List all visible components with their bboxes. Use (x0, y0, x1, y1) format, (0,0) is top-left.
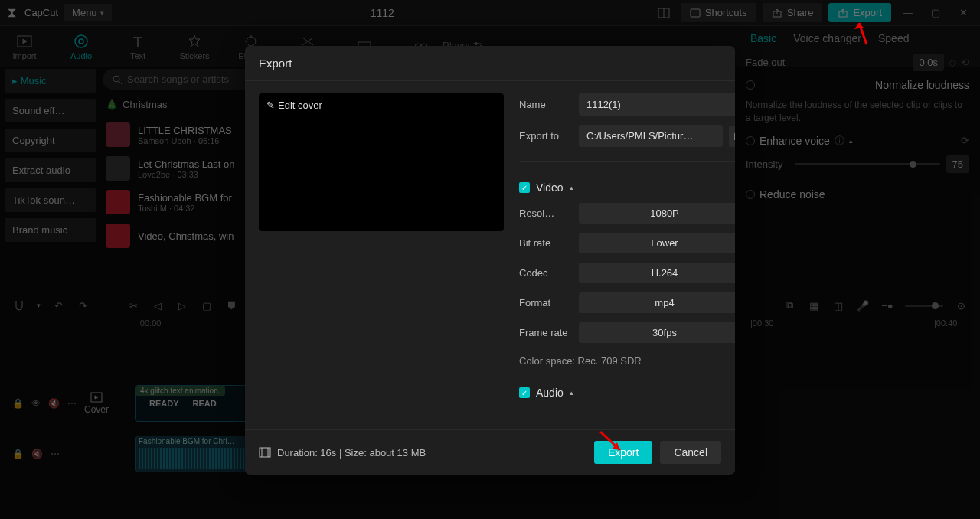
modal-footer: Duration: 16s | Size: about 13 MB Export… (245, 429, 735, 475)
cover-preview: ✎ Edit cover (259, 93, 504, 231)
framerate-select[interactable]: 30fps (579, 322, 735, 343)
svg-rect-20 (260, 448, 270, 457)
resolution-select[interactable]: 1080P (579, 203, 735, 224)
annotation-arrow-bottom (597, 429, 628, 456)
chevron-up-icon: ▴ (570, 389, 573, 397)
annotation-arrow-top (850, 18, 873, 46)
audio-section[interactable]: ✓Audio▴ (519, 387, 735, 399)
export-path-input[interactable] (579, 125, 723, 147)
codec-select[interactable]: H.264 (579, 263, 735, 283)
bitrate-select[interactable]: Lower (579, 233, 735, 253)
video-section[interactable]: ✓Video▴ (519, 181, 735, 194)
export-modal: Export ✎ Edit cover Name Export to ✓Vide… (245, 46, 735, 475)
color-space: Color space: Rec. 709 SDR (519, 355, 735, 367)
modal-title: Export (245, 46, 735, 81)
svg-marker-23 (854, 23, 864, 29)
check-icon[interactable]: ✓ (519, 387, 530, 398)
film-icon (259, 447, 271, 458)
browse-folder-button[interactable] (729, 126, 735, 147)
chevron-up-icon: ▴ (570, 184, 573, 191)
check-icon[interactable]: ✓ (519, 182, 530, 193)
modal-cancel-button[interactable]: Cancel (660, 441, 721, 464)
format-select[interactable]: mp4 (579, 292, 735, 313)
export-name-input[interactable] (579, 93, 735, 116)
edit-cover-button[interactable]: ✎ Edit cover (266, 100, 322, 111)
